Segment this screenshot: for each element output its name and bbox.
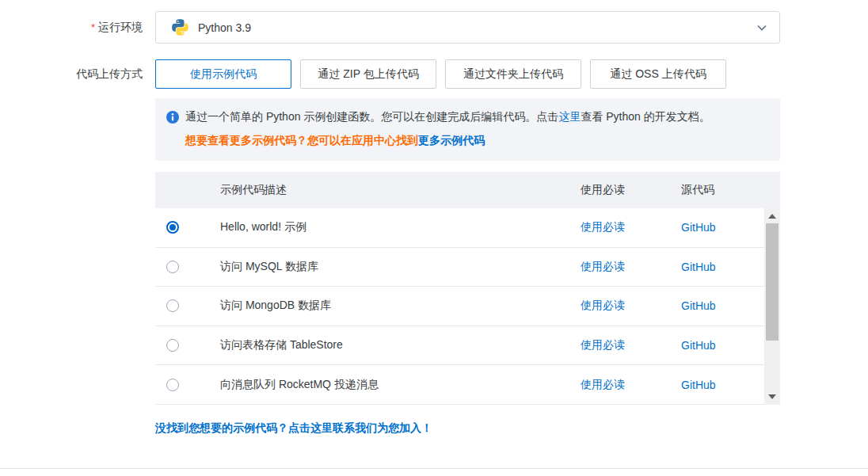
sample-description: 访问 MongoDB 数据库: [220, 299, 581, 313]
sample-radio[interactable]: [166, 379, 179, 391]
more-samples-link[interactable]: 更多示例代码: [418, 134, 485, 147]
runtime-row: *运行环境 Python 3.9: [0, 11, 868, 44]
readme-link[interactable]: 使用必读: [581, 338, 625, 351]
banner-line2: 想要查看更多示例代码？您可以在应用中心找到更多示例代码: [185, 134, 767, 148]
upload-method-row: 代码上传方式 使用示例代码 通过 ZIP 包上传代码 通过文件夹上传代码 通过 …: [0, 59, 868, 89]
runtime-label: *运行环境: [0, 11, 155, 44]
tab-sample-code[interactable]: 使用示例代码: [155, 59, 291, 89]
upload-method-tabs: 使用示例代码 通过 ZIP 包上传代码 通过文件夹上传代码 通过 OSS 上传代…: [155, 59, 726, 89]
table-scrollbar[interactable]: [764, 208, 780, 405]
tab-folder-upload[interactable]: 通过文件夹上传代码: [445, 59, 581, 89]
scrollbar-thumb[interactable]: [766, 223, 779, 341]
github-link[interactable]: GitHub: [681, 379, 716, 391]
runtime-selected-value: Python 3.9: [198, 21, 756, 34]
github-link[interactable]: GitHub: [681, 261, 716, 273]
tab-zip-upload[interactable]: 通过 ZIP 包上传代码: [300, 59, 436, 89]
sample-description: 访问 MySQL 数据库: [220, 260, 581, 274]
header-description: 示例代码描述: [220, 183, 581, 197]
table-row: 访问 MongoDB 数据库 使用必读 GitHub: [155, 287, 780, 326]
info-icon: [166, 111, 179, 124]
python-icon: [172, 19, 188, 36]
scroll-down-icon[interactable]: [768, 394, 776, 399]
sample-description: 访问表格存储 TableStore: [220, 338, 581, 352]
table-header: 示例代码描述 使用必读 源代码: [155, 172, 780, 208]
sample-radio[interactable]: [166, 221, 179, 234]
table-row: Hello, world! 示例 使用必读 GitHub: [155, 208, 780, 248]
scroll-up-icon[interactable]: [768, 214, 776, 219]
github-link[interactable]: GitHub: [681, 299, 716, 312]
banner-line1: 通过一个简单的 Python 示例创建函数。您可以在创建完成后编辑代码。点击这里…: [166, 110, 767, 124]
function-create-form: *运行环境 Python 3.9 代码上传方式 使用示例代码 通过 ZIP 包上…: [0, 0, 868, 476]
radio-cell: [155, 221, 220, 234]
banner-line1-prefix: 通过一个简单的 Python 示例创建函数。您可以在创建完成后编辑代码。点击: [185, 110, 558, 123]
banner-text: 通过一个简单的 Python 示例创建函数。您可以在创建完成后编辑代码。点击这里…: [185, 110, 710, 124]
header-readme: 使用必读: [581, 183, 681, 197]
docs-here-link[interactable]: 这里: [558, 110, 581, 123]
required-asterisk: *: [91, 21, 95, 33]
bottom-divider: [0, 468, 868, 469]
table-row: 向消息队列 RocketMQ 投递消息 使用必读 GitHub: [155, 365, 780, 405]
chevron-down-icon: [756, 21, 768, 34]
header-source: 源代码: [681, 183, 780, 197]
readme-link[interactable]: 使用必读: [581, 299, 625, 311]
banner-line2-prefix: 想要查看更多示例代码？您可以在应用中心找到: [185, 134, 418, 147]
radio-cell: [155, 261, 220, 273]
readme-link[interactable]: 使用必读: [581, 260, 625, 272]
table-row: 访问 MySQL 数据库 使用必读 GitHub: [155, 248, 780, 288]
github-link[interactable]: GitHub: [681, 221, 716, 234]
banner-line1-suffix: 查看 Python 的开发文档。: [581, 110, 710, 123]
github-link[interactable]: GitHub: [681, 339, 716, 352]
tab-oss-upload[interactable]: 通过 OSS 上传代码: [590, 59, 726, 89]
sample-radio[interactable]: [166, 261, 179, 273]
contact-us-link[interactable]: 没找到您想要的示例代码？点击这里联系我们为您加入！: [155, 421, 432, 436]
runtime-select[interactable]: Python 3.9: [155, 11, 780, 44]
sample-code-table: 示例代码描述 使用必读 源代码 Hello, world! 示例 使用必读 Gi…: [155, 172, 780, 405]
radio-cell: [155, 379, 220, 391]
runtime-label-text: 运行环境: [98, 21, 143, 33]
radio-cell: [155, 299, 220, 312]
radio-cell: [155, 339, 220, 352]
table-row: 访问表格存储 TableStore 使用必读 GitHub: [155, 326, 780, 366]
readme-link[interactable]: 使用必读: [581, 220, 625, 233]
sample-radio[interactable]: [166, 339, 179, 352]
sample-description: 向消息队列 RocketMQ 投递消息: [220, 378, 581, 392]
readme-link[interactable]: 使用必读: [581, 378, 625, 390]
sample-radio[interactable]: [166, 299, 179, 312]
sample-description: Hello, world! 示例: [220, 220, 581, 234]
table-body: Hello, world! 示例 使用必读 GitHub 访问 MySQL 数据…: [155, 208, 780, 405]
info-banner: 通过一个简单的 Python 示例创建函数。您可以在创建完成后编辑代码。点击这里…: [155, 98, 780, 161]
upload-method-label: 代码上传方式: [0, 59, 155, 89]
